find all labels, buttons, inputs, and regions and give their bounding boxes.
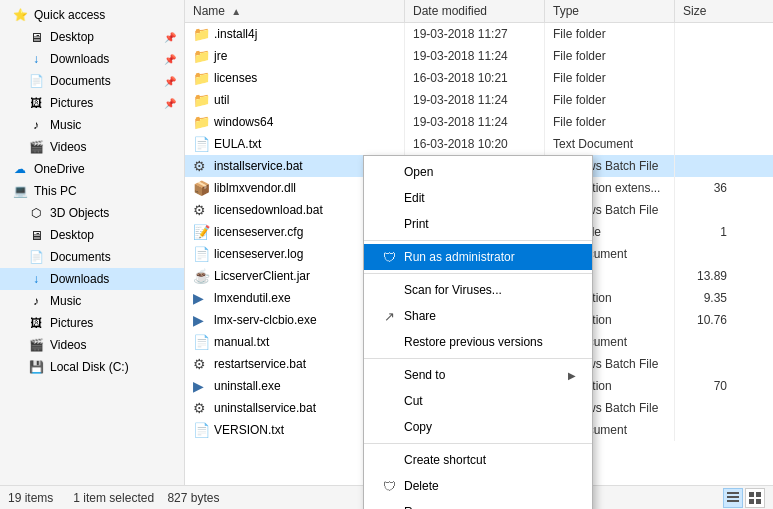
share-icon: ↗ [380,308,398,324]
table-row[interactable]: 📁 windows64 19-03-2018 11:24 File folder [185,111,773,133]
sidebar-item-documents-qa[interactable]: 📄 Documents 📌 [0,70,184,92]
context-menu-item-edit[interactable]: Edit [364,185,592,211]
context-menu-label: Scan for Viruses... [404,283,502,297]
sidebar-item-label: Videos [50,338,86,352]
file-type-icon: 📁 [193,114,209,130]
context-menu-item-share[interactable]: ↗Share [364,303,592,329]
sidebar-item-videos-pc[interactable]: 🎬 Videos [0,334,184,356]
file-name-cell: 📁 licenses [185,66,405,90]
file-type-cell: File folder [545,111,675,133]
sidebar-item-label: Documents [50,250,111,264]
file-type-icon: ⚙ [193,400,209,416]
file-size-cell: 36 [675,177,735,199]
header-date[interactable]: Date modified [405,0,545,22]
downloads-icon: ↓ [28,271,44,287]
table-row[interactable]: 📁 .install4j 19-03-2018 11:27 File folde… [185,23,773,45]
file-name: .install4j [214,27,257,41]
file-name: licenseserver.cfg [214,225,303,239]
file-size-cell: 9.35 [675,287,735,309]
context-menu-label: Delete [404,479,439,493]
file-name: lmxendutil.exe [214,291,291,305]
disk-icon: 💾 [28,359,44,375]
file-name: manual.txt [214,335,269,349]
sidebar-item-3d-objects[interactable]: ⬡ 3D Objects [0,202,184,224]
context-menu-item-scan-viruses[interactable]: Scan for Viruses... [364,277,592,303]
file-name: licenseserver.log [214,247,303,261]
file-type-icon: ⚙ [193,158,209,174]
pictures-icon: 🖼 [28,315,44,331]
empty-icon [380,504,398,509]
context-menu-item-rename[interactable]: Rename [364,499,592,509]
table-row[interactable]: 📁 util 19-03-2018 11:24 File folder [185,89,773,111]
file-name-cell: 📁 util [185,88,405,112]
sidebar-item-documents-pc[interactable]: 📄 Documents [0,246,184,268]
context-menu-item-open[interactable]: Open [364,159,592,185]
empty-icon [380,164,398,180]
details-view-icon [727,492,739,504]
pin-icon: 📌 [164,76,176,87]
context-menu-item-restore-versions[interactable]: Restore previous versions [364,329,592,355]
context-menu-label: Copy [404,420,432,434]
sidebar-item-label: Pictures [50,316,93,330]
desktop-icon: 🖥 [28,29,44,45]
sidebar-item-desktop-qa[interactable]: 🖥 Desktop 📌 [0,26,184,48]
table-row[interactable]: 📄 EULA.txt 16-03-2018 10:20 Text Documen… [185,133,773,155]
context-menu-label: Send to [404,368,445,382]
sidebar-item-music-qa[interactable]: ♪ Music [0,114,184,136]
videos-icon: 🎬 [28,139,44,155]
shield-icon: 🛡 [380,249,398,265]
sidebar-item-pictures-qa[interactable]: 🖼 Pictures 📌 [0,92,184,114]
details-view-button[interactable] [723,488,743,508]
sidebar-item-this-pc[interactable]: 💻 This PC [0,180,184,202]
context-menu-item-send-to[interactable]: Send to▶ [364,362,592,388]
sidebar-item-downloads-pc[interactable]: ↓ Downloads [0,268,184,290]
sidebar-item-label: Documents [50,74,111,88]
documents-icon: 📄 [28,73,44,89]
context-menu-item-copy[interactable]: Copy [364,414,592,440]
file-name: lmx-serv-clcbio.exe [214,313,317,327]
file-name: jre [214,49,227,63]
header-size[interactable]: Size [675,0,735,22]
file-name: restartservice.bat [214,357,306,371]
context-menu-item-cut[interactable]: Cut [364,388,592,414]
file-name: uninstallservice.bat [214,401,316,415]
sidebar-item-videos-qa[interactable]: 🎬 Videos [0,136,184,158]
context-menu: OpenEditPrint🛡Run as administratorScan f… [363,155,593,509]
sidebar-item-desktop-pc[interactable]: 🖥 Desktop [0,224,184,246]
context-menu-label: Rename [404,505,449,509]
svg-rect-5 [749,499,754,504]
sidebar-item-pictures-pc[interactable]: 🖼 Pictures [0,312,184,334]
pin-icon: 📌 [164,98,176,109]
view-buttons [723,488,765,508]
sidebar-item-onedrive[interactable]: ☁ OneDrive [0,158,184,180]
sidebar-item-quick-access[interactable]: ⭐ Quick access [0,4,184,26]
context-menu-item-print[interactable]: Print [364,211,592,237]
sidebar-item-label: 3D Objects [50,206,109,220]
desktop-icon: 🖥 [28,227,44,243]
file-date-cell: 16-03-2018 10:20 [405,133,545,155]
music-icon: ♪ [28,293,44,309]
file-size-cell [675,338,735,346]
context-menu-item-run-as-admin[interactable]: 🛡Run as administrator [364,244,592,270]
downloads-icon: ↓ [28,51,44,67]
file-type-icon: 📄 [193,334,209,350]
context-menu-item-delete[interactable]: 🛡Delete [364,473,592,499]
sidebar-item-label: OneDrive [34,162,85,176]
table-row[interactable]: 📁 jre 19-03-2018 11:24 File folder [185,45,773,67]
header-name[interactable]: Name ▲ [185,0,405,22]
shield-icon: 🛡 [380,478,398,494]
context-menu-separator [364,273,592,274]
pc-icon: 💻 [12,183,28,199]
sidebar-item-label: Videos [50,140,86,154]
table-row[interactable]: 📁 licenses 16-03-2018 10:21 File folder [185,67,773,89]
large-icons-view-button[interactable] [745,488,765,508]
file-type-cell: File folder [545,67,675,89]
file-name: licenses [214,71,257,85]
file-name: EULA.txt [214,137,261,151]
header-type[interactable]: Type [545,0,675,22]
sidebar-item-local-disk[interactable]: 💾 Local Disk (C:) [0,356,184,378]
sidebar-item-downloads-qa[interactable]: ↓ Downloads 📌 [0,48,184,70]
file-size-cell [675,206,735,214]
sidebar-item-music-pc[interactable]: ♪ Music [0,290,184,312]
context-menu-item-create-shortcut[interactable]: Create shortcut [364,447,592,473]
